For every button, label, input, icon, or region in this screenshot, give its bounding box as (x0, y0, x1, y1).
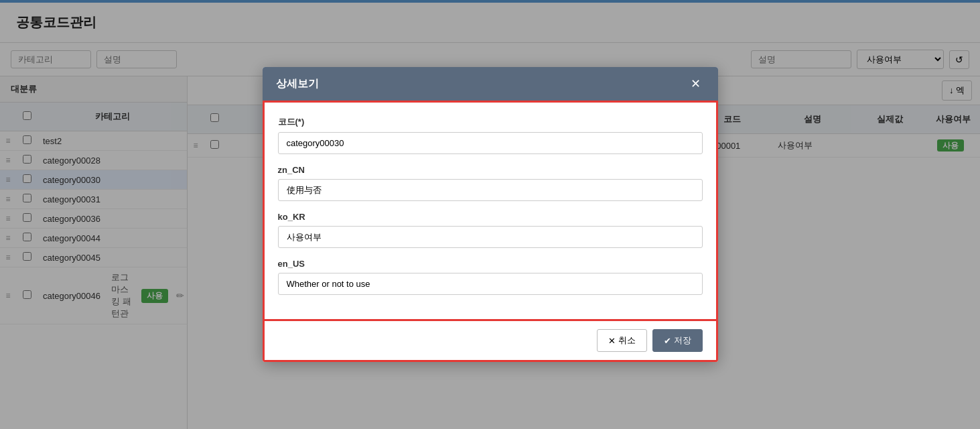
ko-kr-input[interactable] (278, 226, 703, 248)
cancel-icon: ✕ (608, 336, 616, 346)
ko-kr-field-group: ko_KR (278, 212, 703, 248)
code-input[interactable] (278, 132, 703, 154)
zn-cn-input[interactable] (278, 179, 703, 201)
en-us-input[interactable] (278, 273, 703, 295)
modal-footer: ✕ 취소 ✔ 저장 (263, 321, 718, 362)
page-wrapper: 공통코드관리 사용여부 사용 미사용 ↺ 대분류 (0, 0, 980, 429)
code-label: 코드(*) (278, 116, 703, 128)
modal-body: 코드(*) zn_CN ko_KR en_US (263, 101, 718, 321)
modal-overlay: 상세보기 ✕ 코드(*) zn_CN ko_KR (0, 0, 980, 429)
cancel-button[interactable]: ✕ 취소 (597, 329, 647, 352)
modal-title: 상세보기 (276, 77, 319, 91)
en-us-label: en_US (278, 259, 703, 269)
zn-cn-label: zn_CN (278, 165, 703, 175)
modal-close-button[interactable]: ✕ (687, 76, 705, 91)
save-icon: ✔ (664, 336, 671, 346)
modal-dialog: 상세보기 ✕ 코드(*) zn_CN ko_KR (263, 67, 718, 362)
code-field-group: 코드(*) (278, 116, 703, 154)
save-button[interactable]: ✔ 저장 (652, 329, 703, 352)
save-label: 저장 (674, 334, 691, 347)
ko-kr-label: ko_KR (278, 212, 703, 222)
zn-cn-field-group: zn_CN (278, 165, 703, 201)
modal-header: 상세보기 ✕ (263, 67, 718, 101)
cancel-label: 취소 (618, 334, 636, 347)
en-us-field-group: en_US (278, 259, 703, 295)
